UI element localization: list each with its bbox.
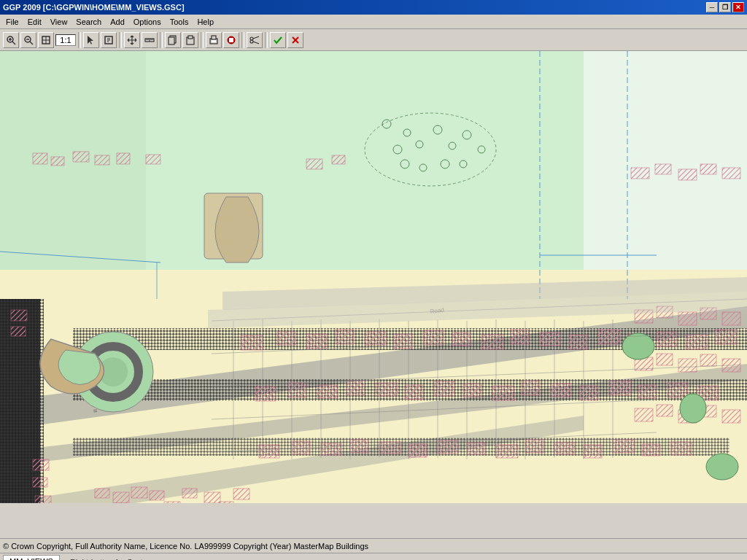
tabbar: MM_VIEWS Right button for System menu <box>0 553 747 560</box>
svg-rect-90 <box>350 440 368 453</box>
window-title: GGP 2009 [C:\GGPWIN\HOME\MM_VIEWS.GSC] <box>3 3 185 12</box>
svg-rect-75 <box>376 383 398 396</box>
menu-edit[interactable]: Edit <box>23 16 46 28</box>
paste-button[interactable] <box>182 32 198 48</box>
svg-rect-105 <box>95 155 109 165</box>
svg-rect-93 <box>438 440 458 454</box>
svg-rect-91 <box>379 442 401 454</box>
svg-rect-22 <box>169 37 174 44</box>
svg-rect-117 <box>33 459 49 470</box>
svg-rect-128 <box>219 502 233 503</box>
svg-rect-59 <box>394 334 412 349</box>
svg-rect-138 <box>700 354 716 366</box>
svg-rect-95 <box>496 445 518 458</box>
svg-rect-72 <box>288 383 306 397</box>
toolbar-separator-6 <box>265 32 268 48</box>
stop-button[interactable] <box>223 32 239 48</box>
svg-rect-111 <box>655 164 671 174</box>
svg-rect-79 <box>492 386 514 400</box>
svg-rect-121 <box>113 492 129 503</box>
menubar: File Edit View Search Add Options Tools … <box>0 15 747 29</box>
svg-rect-102 <box>33 153 47 164</box>
cancel-button[interactable] <box>287 32 303 48</box>
svg-rect-92 <box>409 444 427 457</box>
svg-rect-107 <box>146 155 160 164</box>
svg-rect-136 <box>657 354 673 365</box>
svg-rect-106 <box>117 153 130 164</box>
menu-options[interactable]: Options <box>129 16 166 28</box>
svg-rect-29 <box>229 38 233 42</box>
svg-rect-101 <box>671 442 692 455</box>
svg-rect-129 <box>233 489 249 499</box>
zoom-level[interactable]: 1:1 <box>55 34 76 46</box>
svg-rect-118 <box>33 478 47 487</box>
svg-rect-137 <box>678 359 697 372</box>
titlebar-controls: ─ ❐ ✕ <box>706 2 744 12</box>
zoom-out-button[interactable] <box>20 32 36 48</box>
menu-add[interactable]: Add <box>106 16 129 28</box>
svg-rect-124 <box>150 491 164 500</box>
measure-button[interactable] <box>142 32 158 48</box>
approve-button[interactable] <box>270 32 286 48</box>
svg-line-1 <box>12 42 15 44</box>
svg-rect-96 <box>525 440 543 453</box>
svg-rect-100 <box>642 444 660 456</box>
svg-rect-110 <box>631 168 649 179</box>
menu-file[interactable]: File <box>1 16 23 28</box>
svg-rect-134 <box>722 312 740 325</box>
svg-rect-81 <box>551 384 571 397</box>
svg-rect-114 <box>722 168 740 179</box>
svg-point-146 <box>680 394 706 423</box>
tab-mm-views[interactable]: MM_VIEWS <box>3 555 60 560</box>
svg-rect-98 <box>584 445 602 458</box>
svg-rect-55 <box>277 332 295 345</box>
svg-rect-104 <box>73 152 89 162</box>
scissors-button[interactable] <box>247 32 263 48</box>
svg-rect-77 <box>434 381 454 396</box>
svg-rect-89 <box>321 443 341 455</box>
toolbar-separator-5 <box>241 32 244 48</box>
edit-button[interactable] <box>101 32 117 48</box>
zoom-full-button[interactable] <box>38 32 54 48</box>
titlebar: GGP 2009 [C:\GGPWIN\HOME\MM_VIEWS.GSC] ─… <box>0 0 747 15</box>
close-button[interactable]: ✕ <box>732 2 744 12</box>
map-area[interactable]: = Road <box>0 51 747 503</box>
svg-rect-94 <box>467 443 485 454</box>
menu-help[interactable]: Help <box>193 16 218 28</box>
restore-button[interactable]: ❐ <box>719 2 731 12</box>
svg-rect-140 <box>635 408 653 421</box>
svg-rect-99 <box>613 440 635 453</box>
svg-rect-58 <box>365 332 387 345</box>
svg-line-33 <box>253 42 259 44</box>
svg-rect-84 <box>638 385 657 398</box>
print-button[interactable] <box>206 32 222 48</box>
zoom-in-button[interactable] <box>3 32 19 48</box>
svg-rect-64 <box>540 332 560 346</box>
svg-point-145 <box>622 333 654 359</box>
select-button[interactable] <box>83 32 99 48</box>
svg-rect-74 <box>347 381 365 395</box>
svg-rect-26 <box>212 36 216 39</box>
pan-button[interactable] <box>124 32 140 48</box>
svg-rect-80 <box>522 381 540 395</box>
svg-rect-109 <box>332 155 345 164</box>
svg-rect-66 <box>598 330 620 344</box>
svg-rect-144 <box>722 410 740 423</box>
menu-search[interactable]: Search <box>71 16 106 28</box>
menu-view[interactable]: View <box>46 16 72 28</box>
svg-rect-87 <box>259 445 279 458</box>
svg-rect-57 <box>336 330 354 344</box>
svg-rect-70 <box>715 330 737 344</box>
menu-tools[interactable]: Tools <box>166 16 193 28</box>
copy-button[interactable] <box>165 32 181 48</box>
svg-point-147 <box>706 454 738 480</box>
svg-rect-54 <box>241 335 263 350</box>
svg-rect-132 <box>678 312 697 325</box>
svg-rect-37 <box>146 51 584 299</box>
svg-rect-125 <box>164 502 180 503</box>
svg-line-5 <box>30 42 33 44</box>
minimize-button[interactable]: ─ <box>706 2 718 12</box>
svg-rect-63 <box>511 330 529 344</box>
svg-rect-68 <box>657 332 677 346</box>
statusbar: © Crown Copyright, Full Authority Name, … <box>0 538 747 553</box>
